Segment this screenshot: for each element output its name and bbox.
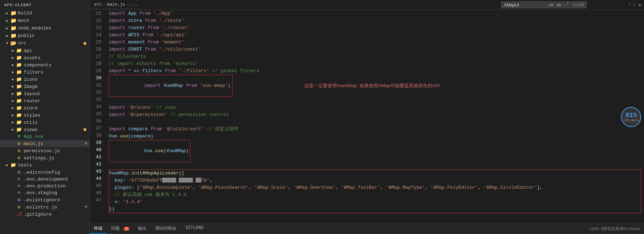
sidebar-item-node-modules[interactable]: ▶ 📁 node_modules	[0, 24, 89, 32]
sidebar-item-label: .eslintignore	[24, 197, 89, 203]
line-annotation: 这里一定要使用VueAMap 如果使用AMap可能覆盖高德原生的API	[304, 82, 440, 89]
js-file-icon: ⚙	[16, 148, 22, 154]
chevron-right-icon: ▶	[4, 11, 10, 15]
main-content: src › main.js › ... Aa ab .* 无结果 ↑ ↓ ✕	[90, 0, 644, 234]
sidebar-item-label: permission.js	[24, 148, 89, 154]
sidebar-item-eslintrc[interactable]: ▶ ⚙ .eslintrc.js M	[0, 203, 89, 211]
folder-icon: 📁	[10, 10, 16, 16]
sidebar-item-utils[interactable]: ▶ 📁 utils	[0, 119, 89, 126]
code-line-39: VueAMap.initAMapApiLoader({	[109, 170, 641, 177]
code-line-23: import router from './router'	[109, 24, 644, 32]
sidebar-item-label: mock	[18, 18, 89, 23]
sidebar-item-components[interactable]: ▶ 📁 components	[0, 61, 89, 69]
sidebar-item-main-js[interactable]: ▶ ⚙ main.js M	[0, 140, 89, 147]
folder-icon: 📁	[16, 98, 22, 104]
sidebar-item-settings-js[interactable]: ▶ ⚙ settings.js	[0, 154, 89, 162]
code-line-33: import '@/permission' // permission cont…	[109, 111, 644, 118]
regex-btn[interactable]: .*	[563, 3, 569, 7]
breadcrumb-sep: ›	[127, 2, 129, 7]
sidebar-item-mock[interactable]: ▶ 📁 mock	[0, 17, 89, 24]
prev-arrow[interactable]: ↑	[629, 2, 631, 8]
modified-label: M	[85, 205, 87, 209]
breadcrumb-file: main.js	[107, 2, 125, 7]
search-widget: Aa ab .* 无结果	[501, 1, 587, 8]
sidebar-item-permission-js[interactable]: ▶ ⚙ permission.js	[0, 147, 89, 154]
folder-icon: 📁	[16, 120, 22, 125]
sidebar-item-label: App.vue	[24, 134, 89, 139]
sidebar-item-env-prod[interactable]: ▶ ≡ .env.production	[0, 183, 89, 189]
sidebar-item-env-staging[interactable]: ▶ ≡ .env.staging	[0, 189, 89, 196]
js-file-icon: ⚙	[16, 204, 22, 210]
code-line-46	[109, 220, 644, 224]
sidebar-item-router[interactable]: ▶ 📁 router	[0, 97, 89, 104]
sidebar-item-label: assets	[24, 55, 89, 61]
breadcrumb-sep: ›	[103, 2, 106, 7]
sidebar-item-layout[interactable]: ▶ 📁 layout	[0, 90, 89, 97]
folder-icon: 📁	[10, 18, 16, 24]
next-arrow[interactable]: ↓	[633, 2, 635, 8]
close-search-btn[interactable]: ✕	[638, 2, 641, 8]
sidebar-item-styles[interactable]: ▶ 📁 styles	[0, 112, 89, 119]
line-numbers: 21 22 23 24 25 26 27 28 29 30 31 32 33 3…	[90, 10, 106, 224]
sidebar-item-eslintignore[interactable]: ▶ ⚙ .eslintignore	[0, 196, 89, 203]
sidebar-item-assets[interactable]: ▶ 📁 assets	[0, 54, 89, 61]
match-case-btn[interactable]: Aa	[548, 3, 554, 7]
sidebar-item-gitignore[interactable]: ▶ ⎇ .gitignore	[0, 211, 89, 218]
search-input[interactable]	[504, 3, 547, 8]
sidebar-item-build[interactable]: ▶ 📁 build	[0, 9, 89, 17]
chevron-right-icon: ▶	[10, 84, 16, 89]
chevron-down-icon: ▼	[4, 41, 10, 45]
sidebar-item-label: public	[18, 33, 89, 38]
chevron-right-icon: ▶	[10, 63, 16, 67]
code-line-43: v: '1.4.4'	[109, 198, 641, 206]
chevron-right-icon: ▶	[10, 113, 16, 117]
sidebar-item-label: .env.production	[24, 183, 89, 189]
tab-debug-console[interactable]: 调试控制台	[151, 224, 181, 234]
sidebar-item-label: store	[24, 106, 89, 111]
chevron-right-icon: ▶	[10, 127, 16, 132]
sidebar-item-label: tests	[18, 163, 89, 168]
code-line-35: import compare from '@/utils/sort' // 自定…	[109, 126, 644, 133]
folder-icon: 📁	[16, 69, 22, 75]
sidebar-item-public[interactable]: ▶ 📁 public	[0, 32, 89, 39]
code-line-44: })	[109, 206, 641, 213]
sidebar-item-api[interactable]: ▶ 📁 api	[0, 47, 89, 54]
sidebar-item-views[interactable]: ▶ 📁 views	[0, 126, 89, 133]
chevron-right-icon: ▶	[10, 77, 16, 81]
sidebar-item-store[interactable]: ▶ 📁 store	[0, 104, 89, 112]
folder-icon: 📁	[16, 62, 22, 68]
tab-terminal[interactable]: 终端	[90, 224, 107, 234]
code-line-34	[109, 118, 644, 126]
code-line-37: Vue.use(VueAMap)	[109, 140, 644, 162]
folder-icon: 📁	[16, 55, 22, 61]
sidebar-item-env-dev[interactable]: ▶ ≡ .env.development	[0, 176, 89, 183]
code-text[interactable]: import App from './App' import store fro…	[106, 10, 644, 224]
chevron-right-icon: ▶	[10, 99, 16, 103]
sidebar-item-src[interactable]: ▼ 📂 src	[0, 39, 89, 47]
code-line-21: import App from './App'	[109, 10, 644, 17]
sidebar-item-filters[interactable]: ▶ 📁 filters	[0, 69, 89, 76]
folder-icon: 📁	[10, 25, 16, 31]
folder-icon: 📁	[16, 76, 22, 82]
chevron-right-icon: ▶	[4, 34, 10, 38]
tab-gitlens[interactable]: GITLENS	[181, 224, 207, 234]
sidebar-item-label: .editorconfig	[24, 170, 89, 175]
sidebar-item-app-vue[interactable]: ▶ ▼ App.vue	[0, 133, 89, 140]
sidebar-item-icons[interactable]: ▶ 📁 icons	[0, 76, 89, 83]
sidebar-item-editorconfig[interactable]: ▶ ⚙ .editorconfig	[0, 169, 89, 176]
code-editor: 21 22 23 24 25 26 27 28 29 30 31 32 33 3…	[90, 10, 644, 224]
sidebar-item-label: api	[24, 48, 89, 53]
breadcrumb-src: src	[94, 2, 102, 7]
tab-problems[interactable]: 问题 5	[107, 224, 134, 234]
sidebar-item-tests[interactable]: ▶ 📁 tests	[0, 162, 89, 169]
sidebar-item-image[interactable]: ▶ 📁 Image	[0, 83, 89, 90]
sidebar-item-label: Image	[24, 84, 89, 89]
chevron-right-icon: ▶	[10, 48, 16, 53]
code-line-29: import * as filters from './filters' // …	[109, 67, 644, 75]
sidebar-item-label: components	[24, 62, 89, 68]
sidebar-title: GPS-CLIENT	[0, 0, 89, 9]
chevron-right-icon: ▶	[10, 120, 16, 125]
tab-output[interactable]: 输出	[134, 224, 151, 234]
config-file-icon: ⚙	[16, 169, 22, 175]
match-word-btn[interactable]: ab	[556, 3, 562, 7]
